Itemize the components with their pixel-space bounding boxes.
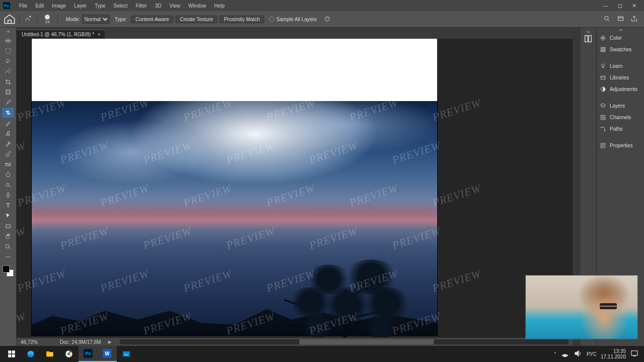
taskbar-explorer[interactable] xyxy=(40,346,59,362)
pressure-icon[interactable] xyxy=(324,15,331,24)
close-tab-icon[interactable]: × xyxy=(98,32,101,37)
sample-all-layers-checkbox[interactable] xyxy=(269,17,274,22)
svg-rect-4 xyxy=(6,48,10,53)
menu-select[interactable]: Select xyxy=(110,3,132,9)
panel-learn[interactable]: Learn xyxy=(597,60,644,72)
rectangle-tool[interactable] xyxy=(2,221,14,231)
window-maximize-button[interactable]: ◻ xyxy=(613,3,627,9)
svg-rect-32 xyxy=(12,350,15,353)
watermark-text: PREVIEW xyxy=(17,267,67,295)
toolbar-collapse-grip[interactable]: ≪ xyxy=(4,30,13,34)
svg-point-28 xyxy=(601,127,602,128)
lasso-tool[interactable] xyxy=(2,56,14,66)
crop-tool[interactable] xyxy=(2,77,14,87)
panel-libraries[interactable]: Libraries xyxy=(597,72,644,83)
document-tab[interactable]: Untitled-1 @ 48,7% (1, RGB/8) * × xyxy=(17,30,105,39)
panel-swatches[interactable]: Swatches xyxy=(597,44,644,55)
svg-point-15 xyxy=(8,256,9,257)
horizontal-scrollbar[interactable] xyxy=(120,339,569,344)
hand-tool[interactable] xyxy=(2,231,14,241)
clone-stamp-tool[interactable] xyxy=(2,128,14,138)
menu-edit[interactable]: Edit xyxy=(31,3,48,9)
watermark-text: PREVIEW xyxy=(17,96,67,124)
panel-adjustments[interactable]: Adjustments xyxy=(597,83,644,95)
taskbar-edge[interactable] xyxy=(21,346,40,362)
type-proximity-match-button[interactable]: Proximity Match xyxy=(219,16,264,23)
app-menubar: Ps File Edit Image Layer Type Select Fil… xyxy=(0,0,644,11)
share-icon[interactable] xyxy=(630,15,638,24)
document-canvas[interactable]: PREVIEWPREVIEWPREVIEWPREVIEWPREVIEWPREVI… xyxy=(32,39,437,335)
dodge-tool[interactable] xyxy=(2,180,14,190)
panel-channels[interactable]: Channels xyxy=(597,112,644,123)
tray-volume-icon[interactable] xyxy=(574,349,583,359)
panel-color[interactable]: Color xyxy=(597,32,644,44)
path-select-tool[interactable] xyxy=(2,211,14,221)
panel-properties[interactable]: Properties xyxy=(597,140,644,151)
brush-size-picker[interactable]: 19 xyxy=(40,15,54,24)
healing-brush-tool[interactable] xyxy=(2,108,14,118)
menu-layer[interactable]: Layer xyxy=(70,3,91,9)
move-tool[interactable] xyxy=(2,36,14,46)
taskbar-photoshop[interactable]: Ps xyxy=(78,346,98,362)
tray-chevron-icon[interactable]: ˄ xyxy=(554,351,556,357)
svg-point-27 xyxy=(603,117,604,119)
tray-network-icon[interactable] xyxy=(560,349,570,359)
start-button[interactable] xyxy=(2,346,21,362)
svg-point-2 xyxy=(605,16,609,20)
brush-tool[interactable] xyxy=(2,118,14,128)
taskbar-photos[interactable] xyxy=(117,346,136,362)
quick-select-tool[interactable] xyxy=(2,66,14,76)
watermark-text: PREVIEW xyxy=(182,267,233,295)
panel-strip-icon[interactable] xyxy=(583,34,594,43)
panel-collapse-grip[interactable]: ≫ xyxy=(597,28,644,32)
tray-clock[interactable]: 13:3517.11.2020 xyxy=(601,348,626,359)
type-content-aware-button[interactable]: Content-Aware xyxy=(131,16,174,23)
watermark-text: PREVIEW xyxy=(141,224,193,252)
blur-tool[interactable] xyxy=(2,169,14,179)
eyedropper-tool[interactable] xyxy=(2,98,14,108)
search-icon[interactable] xyxy=(603,15,611,24)
zoom-tool[interactable] xyxy=(2,242,14,252)
watermark-text: PREVIEW xyxy=(17,182,67,210)
blend-mode-select[interactable]: Normal xyxy=(82,15,110,24)
panel-layers[interactable]: Layers xyxy=(597,100,644,112)
workspace-switcher-icon[interactable] xyxy=(617,15,624,24)
marquee-tool[interactable] xyxy=(2,46,14,56)
zoom-level[interactable]: 48,72% xyxy=(21,339,51,345)
panel-paths[interactable]: Paths xyxy=(597,123,644,135)
menu-filter[interactable]: Filter xyxy=(132,3,151,9)
taskbar-chrome[interactable] xyxy=(59,346,78,362)
status-caret-icon[interactable]: ▶ xyxy=(108,339,112,344)
watermark-text: PREVIEW xyxy=(99,267,150,295)
type-tool[interactable] xyxy=(2,201,14,211)
pen-tool[interactable] xyxy=(2,190,14,200)
type-create-texture-button[interactable]: Create Texture xyxy=(176,16,217,23)
menu-image[interactable]: Image xyxy=(48,3,70,9)
taskbar-word[interactable]: W xyxy=(98,346,117,362)
watermark-text: PREVIEW xyxy=(17,139,27,167)
color-swatch[interactable] xyxy=(3,265,14,277)
svg-rect-34 xyxy=(12,354,15,357)
gradient-tool[interactable] xyxy=(2,159,14,169)
menu-window[interactable]: Window xyxy=(184,3,210,9)
eraser-tool[interactable] xyxy=(2,149,14,159)
watermark-text: PREVIEW xyxy=(265,267,316,295)
svg-rect-21 xyxy=(601,47,605,52)
tray-language[interactable]: РУС xyxy=(587,351,597,357)
tray-notifications-icon[interactable] xyxy=(630,349,639,359)
menu-help[interactable]: Help xyxy=(210,3,229,9)
type-label: Type: xyxy=(115,17,127,22)
menu-type[interactable]: Type xyxy=(91,3,110,9)
edit-toolbar[interactable] xyxy=(2,252,14,262)
menu-file[interactable]: File xyxy=(15,3,31,9)
frame-tool[interactable] xyxy=(2,87,14,97)
home-button[interactable] xyxy=(3,14,16,25)
menu-3d[interactable]: 3D xyxy=(151,3,166,9)
tool-preset-icon[interactable] xyxy=(23,15,34,24)
window-close-button[interactable]: ✕ xyxy=(627,3,641,9)
window-minimize-button[interactable]: ― xyxy=(599,3,613,9)
history-brush-tool[interactable] xyxy=(2,139,14,149)
menu-view[interactable]: View xyxy=(166,3,185,9)
watermark-text: PREVIEW xyxy=(390,139,442,167)
svg-rect-31 xyxy=(8,350,11,353)
